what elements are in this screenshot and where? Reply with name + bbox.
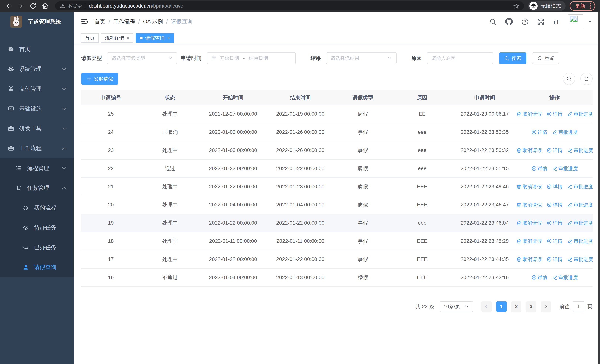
close-icon[interactable]: ×: [167, 36, 170, 40]
search-button[interactable]: 搜索: [499, 52, 526, 64]
cancel-action-link[interactable]: 取消请假: [516, 147, 542, 154]
progress-action-link[interactable]: 审批进度: [567, 220, 593, 226]
progress-action-link[interactable]: 审批进度: [567, 147, 593, 154]
goto-page-input[interactable]: [572, 301, 584, 312]
sidebar-item-9[interactable]: 待办任务: [0, 218, 74, 238]
font-size-icon[interactable]: TT: [553, 19, 560, 25]
browser-home-icon[interactable]: [41, 2, 49, 10]
sidebar-logo-row[interactable]: 芋道管理系统: [0, 12, 74, 31]
sidebar-item-6[interactable]: 流程管理: [0, 158, 74, 178]
eye-open-icon: [23, 225, 29, 231]
sidebar-item-10[interactable]: 已办任务: [0, 238, 74, 257]
cell-applied: 2022-01-22 23:53:35: [453, 123, 516, 141]
page-button-3[interactable]: 3: [526, 301, 536, 312]
detail-action-link[interactable]: 详情: [547, 220, 562, 226]
cell-type: 病假: [334, 177, 392, 196]
cell-reason: eee: [392, 214, 453, 232]
cell-actions: 取消请假 详情 审批进度: [517, 196, 593, 214]
refresh-table-button[interactable]: [580, 73, 593, 85]
chevron-down-icon[interactable]: [588, 20, 592, 24]
security-warning-icon[interactable]: [60, 3, 65, 9]
tab-1[interactable]: 流程详情 ×: [101, 33, 133, 43]
progress-action-link[interactable]: 审批进度: [552, 165, 578, 172]
search-icon[interactable]: [489, 18, 497, 25]
browser-toolbar: 不安全 dashboard.yudao.iocoder.cn/bpm/oa/le…: [0, 0, 600, 12]
breadcrumb-item-2[interactable]: OA 示例: [143, 18, 163, 25]
breadcrumb-item-1[interactable]: 工作流程: [113, 18, 135, 25]
toggle-search-button[interactable]: [563, 73, 575, 85]
page-button-1[interactable]: 1: [496, 301, 506, 312]
sidebar-item-3[interactable]: 基础设施: [0, 99, 74, 119]
trash-icon: [516, 220, 521, 225]
url-bar[interactable]: 不安全 dashboard.yudao.iocoder.cn/bpm/oa/le…: [55, 1, 524, 10]
github-icon[interactable]: [505, 18, 513, 25]
detail-action-link[interactable]: 详情: [547, 184, 562, 190]
fullscreen-icon[interactable]: [537, 18, 544, 25]
cancel-action-link[interactable]: 取消请假: [516, 238, 542, 244]
sidebar-item-4[interactable]: 研发工具: [0, 119, 74, 139]
sidebar-item-1[interactable]: 系统管理: [0, 59, 74, 79]
browser-forward-icon[interactable]: [17, 2, 24, 10]
detail-action-link[interactable]: 详情: [547, 111, 562, 117]
detail-action-link[interactable]: 详情: [547, 238, 562, 244]
progress-action-link[interactable]: 审批进度: [567, 111, 593, 117]
edit-icon: [567, 220, 572, 225]
cancel-action-link[interactable]: 取消请假: [516, 220, 542, 226]
sidebar-item-2[interactable]: 支付管理: [0, 79, 74, 99]
cell-end: 2022-01-23 00:00:00: [267, 177, 334, 196]
breadcrumb-item-0[interactable]: 首页: [94, 18, 105, 25]
start-date-placeholder[interactable]: 开始日期: [220, 55, 239, 62]
help-icon[interactable]: ?: [521, 18, 529, 25]
cancel-action-link[interactable]: 取消请假: [516, 256, 542, 263]
apply-time-range-picker[interactable]: 开始日期 - 结束日期: [207, 52, 296, 64]
detail-action-link[interactable]: 详情: [531, 274, 547, 281]
cancel-action-link[interactable]: 取消请假: [516, 111, 542, 117]
cell-applied: 2022-01-22 23:46:04: [453, 214, 516, 232]
update-label[interactable]: 更新: [575, 2, 585, 9]
next-page-button[interactable]: [541, 301, 551, 312]
browser-menu-icon[interactable]: [589, 2, 592, 10]
column-header-2: 开始时间: [199, 90, 266, 105]
trash-icon: [516, 202, 521, 207]
detail-action-link[interactable]: 详情: [547, 256, 562, 263]
progress-action-link[interactable]: 审批进度: [567, 238, 593, 244]
sidebar-item-11[interactable]: 请假查询: [0, 257, 74, 277]
browser-back-icon[interactable]: [5, 2, 12, 10]
cancel-action-link[interactable]: 取消请假: [516, 184, 542, 190]
page-size-select[interactable]: 10条/页: [440, 301, 473, 312]
detail-action-link[interactable]: 详情: [531, 165, 547, 172]
view-icon: [547, 184, 552, 189]
tab-0[interactable]: 首页: [81, 33, 99, 43]
sidebar-item-8[interactable]: 我的流程: [0, 198, 74, 218]
avatar[interactable]: [568, 14, 583, 29]
detail-action-link[interactable]: 详情: [547, 147, 562, 154]
create-leave-button[interactable]: 发起请假: [81, 73, 118, 85]
sidebar-item-5[interactable]: 工作流程: [0, 139, 74, 158]
progress-action-link[interactable]: 审批进度: [567, 184, 593, 190]
sidebar-item-0[interactable]: 首页: [0, 39, 74, 59]
reason-input[interactable]: 请输入原因: [427, 52, 493, 64]
progress-action-link[interactable]: 审批进度: [567, 202, 593, 208]
bookmark-star-icon[interactable]: [513, 3, 519, 9]
end-date-placeholder[interactable]: 结束日期: [249, 55, 268, 62]
reset-button[interactable]: 重置: [532, 52, 559, 64]
cancel-action-link[interactable]: 取消请假: [516, 202, 542, 208]
browser-reload-icon[interactable]: [29, 2, 37, 10]
prev-page-button[interactable]: [481, 301, 492, 312]
page-button-2[interactable]: 2: [511, 301, 521, 312]
detail-action-link[interactable]: 详情: [531, 129, 547, 135]
progress-action-link[interactable]: 审批进度: [567, 256, 593, 263]
result-select[interactable]: 请选择流结果: [326, 52, 396, 64]
close-icon[interactable]: ×: [127, 36, 129, 40]
security-label[interactable]: 不安全: [67, 3, 82, 9]
browser-update-button[interactable]: 更新: [570, 1, 595, 11]
leave-type-select[interactable]: 请选择请假类型: [107, 52, 177, 64]
url-text[interactable]: dashboard.yudao.iocoder.cn/bpm/oa/leave: [89, 3, 183, 9]
detail-action-link[interactable]: 详情: [547, 202, 562, 208]
sidebar-collapse-icon[interactable]: [81, 18, 89, 26]
leave-table: 申请编号状态开始时间结束时间请假类型原因申请时间操作 25处理中2021-12-…: [81, 90, 593, 287]
tab-2[interactable]: 请假查询 ×: [136, 33, 174, 43]
sidebar-item-7[interactable]: 任务管理: [0, 178, 74, 198]
progress-action-link[interactable]: 审批进度: [552, 274, 578, 281]
progress-action-link[interactable]: 审批进度: [552, 129, 578, 135]
